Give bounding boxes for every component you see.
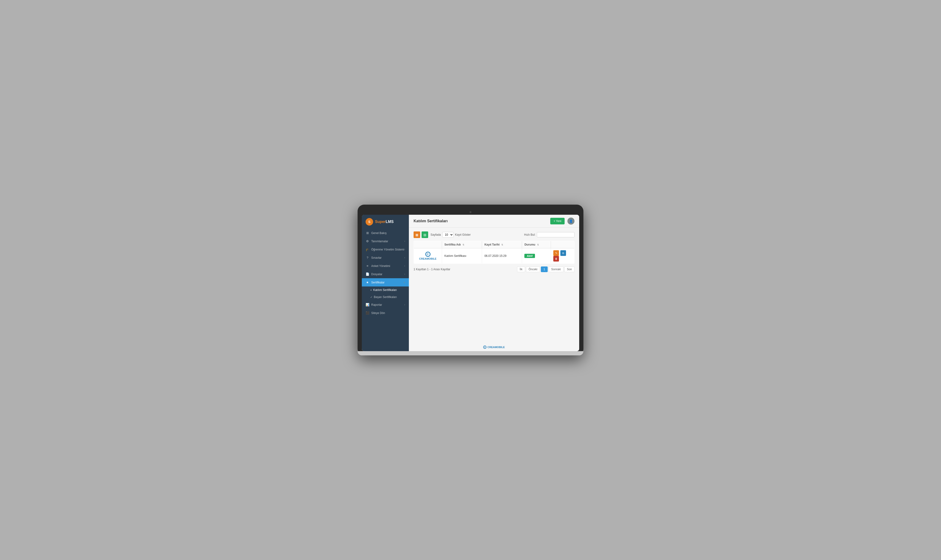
copy-button[interactable]: ⧉ <box>561 250 566 256</box>
arrow-icon: › <box>404 248 405 251</box>
sidebar-item-anket[interactable]: ≡ Anket Yönetimi › <box>362 262 409 270</box>
nav-label: Sertifikalar <box>371 281 385 284</box>
sort-icon: ⇅ <box>537 244 539 246</box>
sidebar-item-sinavlar[interactable]: ? Sınavlar › <box>362 254 409 262</box>
col-kayit-tarihi[interactable]: Kayıt Tarihi ⇅ <box>482 241 522 248</box>
logo-text: SuperLMS <box>375 220 394 224</box>
nav-label: Genel Bakış <box>371 231 387 235</box>
table-row: C CREAMOBILE Katılım Sertifikası 06.07.2… <box>414 248 574 264</box>
arrow-icon: › <box>404 256 405 259</box>
file-icon: 📄 <box>366 272 370 276</box>
list-icon: ≡ <box>366 264 370 268</box>
sidebar-item-siteye-don[interactable]: ⬛ Siteye Dön <box>362 309 409 317</box>
col-durumu[interactable]: Durumu ⇅ <box>522 241 551 248</box>
arrow-icon: ∨ <box>404 281 405 284</box>
top-bar: Katılım Sertifikaları + Yeni 👤 <box>409 215 579 228</box>
content-area: ▦ ▤ Sayfada 10 25 50 Kayıt Göster Hızlı … <box>409 228 579 343</box>
logo-brand: Super <box>375 220 386 224</box>
delete-button[interactable]: 🗑 <box>553 256 559 262</box>
hizli-bul-label: Hızlı Bul: <box>524 233 536 236</box>
nav-label: Tanımlamalar <box>371 240 388 243</box>
actions-cell: ✎ ⧉ 🗑 <box>551 248 574 264</box>
back-icon: ⬛ <box>366 311 370 315</box>
edit-button[interactable]: ✎ <box>553 250 559 256</box>
col-sertifika-adi[interactable]: Sertifika Adı ⇅ <box>442 241 482 248</box>
page-btn-onceki[interactable]: Önceki <box>526 266 540 272</box>
sub-nav-label: Katılım Sertifikaları <box>373 288 397 292</box>
sertifika-adi-cell: Katılım Sertifikası <box>442 248 482 264</box>
arrow-icon: › <box>404 273 405 275</box>
sub-nav-label: Başarı Sertifikaları <box>374 295 397 299</box>
content-footer: C CREAMOBILE <box>409 343 579 351</box>
star-icon: ★ <box>366 281 370 284</box>
sidebar-item-genel-bakis[interactable]: ⊞ Genel Bakış <box>362 229 409 237</box>
sidebar-item-basar[interactable]: ✓ Başarı Sertifikaları <box>362 294 409 301</box>
per-page-select[interactable]: 10 25 50 <box>442 232 454 238</box>
creamobile-logo: C CREAMOBILE <box>416 252 439 260</box>
pagination-bar: 1 Kayıttan 1 - 1 Arası Kayıtlar İlk Önce… <box>414 266 574 272</box>
sidebar-logo: S SuperLMS <box>362 215 409 229</box>
nav-label: Sınavlar <box>371 256 382 259</box>
main-content: Katılım Sertifikaları + Yeni 👤 ▦ ▤ Sayfa… <box>409 215 579 351</box>
nav-label: Dosyalar <box>371 272 382 276</box>
pagination-controls: İlk Önceki 1 Sonraki Son <box>517 266 574 272</box>
grid-icon: ⊞ <box>366 231 370 235</box>
sort-icon: ⇅ <box>501 244 503 246</box>
status-badge: Aktif <box>524 254 535 258</box>
pagination-summary: 1 Kayıttan 1 - 1 Arası Kayıtlar <box>414 268 450 271</box>
graduation-icon: 🎓 <box>366 248 370 251</box>
sayfada-label: Sayfada <box>431 233 441 236</box>
hizli-bul-input[interactable] <box>537 232 574 237</box>
user-avatar[interactable]: 👤 <box>567 218 574 225</box>
brand-name: CREAMOBILE <box>419 257 437 260</box>
c-icon: C <box>425 252 431 257</box>
kayit-tarihi-cell: 06.07.2020 15:29 <box>482 248 522 264</box>
footer-brand: CREAMOBILE <box>487 346 505 349</box>
grid-view-button[interactable]: ▦ <box>414 231 420 238</box>
page-btn-1[interactable]: 1 <box>541 266 548 272</box>
sidebar: S SuperLMS ⊞ Genel Bakış <box>362 215 409 351</box>
sidebar-item-katilim[interactable]: + Katılım Sertifikaları <box>362 286 409 294</box>
sort-icon: ⇅ <box>462 244 464 246</box>
arrow-icon: › <box>404 265 405 267</box>
page-btn-ilk[interactable]: İlk <box>517 266 525 272</box>
toolbar: ▦ ▤ Sayfada 10 25 50 Kayıt Göster Hızlı … <box>414 231 574 238</box>
list-view-button[interactable]: ▤ <box>422 231 428 238</box>
col-logo <box>414 241 442 248</box>
footer-c-icon: C <box>483 346 487 349</box>
sidebar-item-tanimlamalar[interactable]: ⚙ Tanımlamalar › <box>362 237 409 245</box>
certificates-table: Sertifika Adı ⇅ Kayıt Tarihi ⇅ Durumu ⇅ <box>414 241 574 264</box>
logo-icon: S <box>366 218 373 226</box>
chart-icon: 📊 <box>366 303 370 306</box>
nav-label: Siteye Dön <box>371 311 385 315</box>
new-button[interactable]: + Yeni <box>550 218 565 225</box>
sidebar-nav: ⊞ Genel Bakış ⚙ Tanımlamalar › 🎓 <box>362 229 409 351</box>
page-title: Katılım Sertifikaları <box>414 219 448 223</box>
sidebar-item-dosyalar[interactable]: 📄 Dosyalar › <box>362 270 409 278</box>
sidebar-item-raporlar[interactable]: 📊 Raporlar › <box>362 301 409 309</box>
arrow-icon: › <box>404 240 405 243</box>
sidebar-item-sertifikalar[interactable]: ★ Sertifikalar ∨ <box>362 278 409 286</box>
kayit-goster-label: Kayıt Göster <box>455 233 471 236</box>
check-icon: ✓ <box>370 295 373 299</box>
nav-label: Öğrenme Yönetim Sistemi <box>371 248 404 251</box>
nav-label: Raporlar <box>371 303 382 306</box>
arrow-icon: › <box>404 303 405 306</box>
nav-label: Anket Yönetimi <box>371 265 390 268</box>
sidebar-item-ogrenme[interactable]: 🎓 Öğrenme Yönetim Sistemi › <box>362 245 409 254</box>
logo-cell: C CREAMOBILE <box>414 248 442 264</box>
page-btn-sonraki[interactable]: Sonraki <box>548 266 564 272</box>
durum-cell: Aktif <box>522 248 551 264</box>
page-btn-son[interactable]: Son <box>564 266 574 272</box>
plus-icon: + <box>370 289 372 291</box>
question-icon: ? <box>366 256 370 259</box>
col-actions <box>551 241 574 248</box>
gear-icon: ⚙ <box>366 239 370 243</box>
